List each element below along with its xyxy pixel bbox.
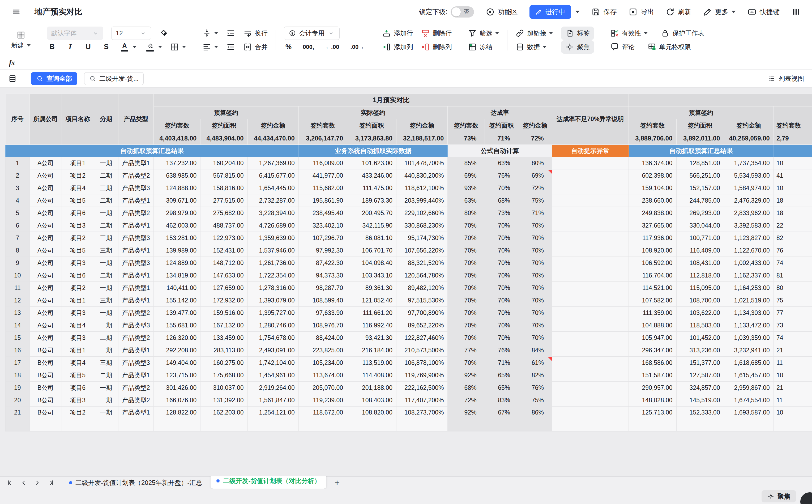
cell[interactable]: 133,459.00 xyxy=(200,332,247,344)
cell[interactable]: 2,732,287.00 xyxy=(247,194,298,207)
cell[interactable]: 77 xyxy=(773,307,812,319)
outdent-icon[interactable] xyxy=(226,42,235,52)
cell[interactable]: 1,134,303.00 xyxy=(724,307,773,319)
cell[interactable]: 项目6 xyxy=(62,269,94,282)
sheet-canvas[interactable]: 序号 所属公司 项目名称 分期 产品类型 1月预实对比 预算签约 实际签约 达成… xyxy=(0,88,812,476)
cell[interactable]: 244,785.00 xyxy=(676,194,724,207)
cell[interactable]: 70% xyxy=(448,319,485,332)
cell[interactable]: 1,133,472.00 xyxy=(724,319,773,332)
row-index-cell[interactable]: 17 xyxy=(6,357,30,369)
cell[interactable] xyxy=(154,419,200,432)
cell[interactable]: 70% xyxy=(448,257,485,269)
cell[interactable]: 1,561,847.00 xyxy=(247,394,298,407)
sub-header[interactable]: 签约金额 xyxy=(724,119,773,132)
cell[interactable]: A公司 xyxy=(29,257,62,269)
cell[interactable]: 342,115.90 xyxy=(347,219,396,232)
cell[interactable]: 产品类型1 xyxy=(118,244,154,257)
cell[interactable]: 产品类型1 xyxy=(118,369,154,382)
cell[interactable]: 10 xyxy=(773,157,812,169)
cell[interactable]: 74 xyxy=(773,332,812,344)
sub-header[interactable]: 签约金额 xyxy=(396,119,448,132)
cell[interactable]: 项目3 xyxy=(62,307,94,319)
total-cell-exception[interactable] xyxy=(552,132,629,145)
cell[interactable]: 一期 xyxy=(94,394,118,407)
cell[interactable]: 103,343.10 xyxy=(347,269,396,282)
cell[interactable]: 97,515,530% xyxy=(396,294,448,307)
cell[interactable]: B公司 xyxy=(29,369,62,382)
row-index-cell[interactable]: 9 xyxy=(6,257,30,269)
cell[interactable]: 69% xyxy=(518,169,552,182)
cell[interactable]: 137,232.00 xyxy=(154,157,200,169)
cell[interactable]: 151,587.00 xyxy=(629,369,676,382)
cell[interactable]: 项目3 xyxy=(62,219,94,232)
cell[interactable]: 81 xyxy=(773,269,812,282)
row-index-cell[interactable]: 14 xyxy=(6,319,30,332)
cell[interactable]: 1,722,354.00 xyxy=(247,269,298,282)
cell[interactable]: 566,251.00 xyxy=(676,169,724,182)
cell[interactable] xyxy=(552,232,629,244)
cell[interactable]: 21 xyxy=(773,382,812,394)
cell[interactable]: 101,452.00 xyxy=(676,332,724,344)
cell[interactable]: 275,682.00 xyxy=(200,207,247,219)
cell[interactable] xyxy=(396,419,448,432)
delete-column-button[interactable]: 删除列 xyxy=(421,42,452,52)
cell[interactable]: 139,477.00 xyxy=(154,307,200,319)
cell[interactable]: 76% xyxy=(485,169,518,182)
cell[interactable]: 1,261,736.00 xyxy=(247,257,298,269)
group-header-budget-right[interactable]: 预算签约 xyxy=(629,106,773,119)
refresh-button[interactable]: 刷新 xyxy=(666,7,691,16)
cell[interactable] xyxy=(552,344,629,357)
cell[interactable]: 18 xyxy=(773,194,812,207)
cell[interactable]: 84% xyxy=(518,344,552,357)
strikethrough-button[interactable]: S xyxy=(101,43,111,51)
cell[interactable]: 127,507.00 xyxy=(676,369,724,382)
cell[interactable]: 70% xyxy=(518,219,552,232)
cell[interactable]: 75% xyxy=(518,394,552,407)
first-sheet-icon[interactable] xyxy=(5,477,16,488)
cell[interactable]: 1,584,974.00 xyxy=(724,182,773,194)
font-family-select[interactable]: 默认字体 xyxy=(47,27,103,40)
band-rate[interactable]: 公式自动计算 xyxy=(448,145,552,157)
vertical-align-button[interactable] xyxy=(202,29,218,38)
prev-sheet-icon[interactable] xyxy=(18,477,30,488)
cell[interactable]: 111,475.00 xyxy=(347,182,396,194)
cell[interactable]: 107,582.00 xyxy=(629,294,676,307)
cell[interactable] xyxy=(448,419,485,432)
cell[interactable]: 119,769,900% xyxy=(396,369,448,382)
cell[interactable]: 119,239.00 xyxy=(298,394,347,407)
cell[interactable]: 产品类型1 xyxy=(118,194,154,207)
cell[interactable]: 92% xyxy=(448,407,485,419)
cell[interactable]: 22 xyxy=(773,219,812,232)
row-index-cell[interactable]: 21 xyxy=(6,407,30,419)
cell[interactable]: 项目6 xyxy=(62,382,94,394)
cell[interactable]: 106,701.70 xyxy=(347,244,396,257)
cell[interactable]: 76% xyxy=(485,344,518,357)
cell[interactable]: 80% xyxy=(448,207,485,219)
cell[interactable]: 70% xyxy=(485,219,518,232)
last-sheet-icon[interactable] xyxy=(45,477,56,488)
cell[interactable]: 产品类型1 xyxy=(118,407,154,419)
cell[interactable]: 10 xyxy=(773,407,812,419)
cell[interactable] xyxy=(552,419,629,432)
cell[interactable] xyxy=(552,382,629,394)
cell[interactable]: 158,816.00 xyxy=(200,182,247,194)
italic-button[interactable]: I xyxy=(65,43,75,51)
cell[interactable]: 71% xyxy=(485,357,518,369)
column-header[interactable]: 分期 xyxy=(94,94,118,145)
cell[interactable]: 75% xyxy=(518,194,552,207)
cell[interactable]: 111,359.00 xyxy=(629,307,676,319)
cell[interactable]: 124,888.00 xyxy=(154,182,200,194)
cell[interactable]: 72% xyxy=(518,182,552,194)
cell[interactable] xyxy=(552,307,629,319)
month-banner-next[interactable] xyxy=(629,94,812,106)
cell[interactable]: 项目2 xyxy=(62,282,94,294)
cell[interactable]: 203,999,440% xyxy=(396,194,448,207)
cell[interactable]: 2,959,867.00 xyxy=(724,382,773,394)
cell[interactable]: 108,920.00 xyxy=(629,244,676,257)
cell[interactable]: 86% xyxy=(518,407,552,419)
cell[interactable]: 118,503.00 xyxy=(676,319,724,332)
cell[interactable]: 114,521.00 xyxy=(629,282,676,294)
cell[interactable]: 三期 xyxy=(94,294,118,307)
cell[interactable]: 70% xyxy=(518,282,552,294)
band-budget-right[interactable]: 自动抓取预算汇总结果 xyxy=(629,145,773,157)
